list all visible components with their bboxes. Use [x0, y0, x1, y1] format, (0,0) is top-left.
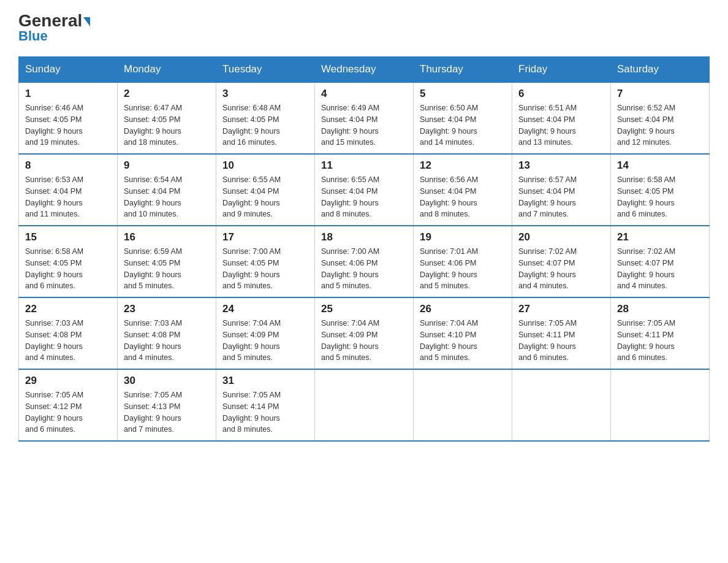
day-info: Sunrise: 6:58 AM Sunset: 4:05 PM Dayligh… — [617, 174, 703, 220]
header-thursday: Thursday — [414, 57, 512, 83]
week-row-3: 15 Sunrise: 6:58 AM Sunset: 4:05 PM Dayl… — [19, 226, 710, 297]
calendar-table: SundayMondayTuesdayWednesdayThursdayFrid… — [18, 56, 710, 442]
day-number: 29 — [25, 375, 111, 387]
day-info: Sunrise: 6:53 AM Sunset: 4:04 PM Dayligh… — [25, 174, 111, 220]
day-info: Sunrise: 6:58 AM Sunset: 4:05 PM Dayligh… — [25, 246, 111, 292]
calendar-cell: 7 Sunrise: 6:52 AM Sunset: 4:04 PM Dayli… — [611, 82, 710, 154]
header-saturday: Saturday — [611, 57, 710, 83]
calendar-cell: 8 Sunrise: 6:53 AM Sunset: 4:04 PM Dayli… — [19, 154, 118, 226]
calendar-cell: 10 Sunrise: 6:55 AM Sunset: 4:04 PM Dayl… — [216, 154, 315, 226]
day-number: 7 — [617, 88, 703, 100]
day-number: 8 — [25, 159, 111, 172]
calendar-cell: 13 Sunrise: 6:57 AM Sunset: 4:04 PM Dayl… — [512, 154, 611, 226]
day-info: Sunrise: 7:05 AM Sunset: 4:12 PM Dayligh… — [25, 389, 111, 435]
day-info: Sunrise: 7:05 AM Sunset: 4:13 PM Dayligh… — [124, 389, 210, 435]
day-number: 11 — [321, 159, 407, 172]
calendar-cell: 26 Sunrise: 7:04 AM Sunset: 4:10 PM Dayl… — [414, 297, 512, 369]
day-info: Sunrise: 6:46 AM Sunset: 4:05 PM Dayligh… — [25, 102, 111, 148]
day-number: 6 — [518, 88, 604, 100]
day-number: 18 — [321, 231, 407, 243]
day-info: Sunrise: 7:01 AM Sunset: 4:06 PM Dayligh… — [420, 246, 506, 292]
calendar-cell: 25 Sunrise: 7:04 AM Sunset: 4:09 PM Dayl… — [315, 297, 414, 369]
header-sunday: Sunday — [19, 57, 118, 83]
day-number: 10 — [222, 159, 308, 172]
page-header: General Blue — [18, 12, 710, 44]
day-info: Sunrise: 7:00 AM Sunset: 4:05 PM Dayligh… — [222, 246, 308, 292]
calendar-cell — [512, 369, 611, 441]
day-number: 16 — [124, 231, 210, 243]
calendar-cell: 14 Sunrise: 6:58 AM Sunset: 4:05 PM Dayl… — [611, 154, 710, 226]
day-number: 22 — [25, 303, 111, 315]
day-number: 30 — [124, 375, 210, 387]
day-info: Sunrise: 6:55 AM Sunset: 4:04 PM Dayligh… — [222, 174, 308, 220]
day-number: 2 — [124, 88, 210, 100]
day-number: 9 — [124, 159, 210, 172]
day-info: Sunrise: 6:47 AM Sunset: 4:05 PM Dayligh… — [124, 102, 210, 148]
day-info: Sunrise: 6:48 AM Sunset: 4:05 PM Dayligh… — [222, 102, 308, 148]
day-info: Sunrise: 6:56 AM Sunset: 4:04 PM Dayligh… — [420, 174, 506, 220]
calendar-cell: 21 Sunrise: 7:02 AM Sunset: 4:07 PM Dayl… — [611, 226, 710, 297]
calendar-cell: 28 Sunrise: 7:05 AM Sunset: 4:11 PM Dayl… — [611, 297, 710, 369]
day-info: Sunrise: 7:00 AM Sunset: 4:06 PM Dayligh… — [321, 246, 407, 292]
day-info: Sunrise: 6:52 AM Sunset: 4:04 PM Dayligh… — [617, 102, 703, 148]
day-number: 17 — [222, 231, 308, 243]
header-monday: Monday — [118, 57, 216, 83]
calendar-cell: 27 Sunrise: 7:05 AM Sunset: 4:11 PM Dayl… — [512, 297, 611, 369]
calendar-cell: 17 Sunrise: 7:00 AM Sunset: 4:05 PM Dayl… — [216, 226, 315, 297]
calendar-cell: 4 Sunrise: 6:49 AM Sunset: 4:04 PM Dayli… — [315, 82, 414, 154]
calendar-cell: 30 Sunrise: 7:05 AM Sunset: 4:13 PM Dayl… — [118, 369, 216, 441]
header-friday: Friday — [512, 57, 611, 83]
calendar-cell: 15 Sunrise: 6:58 AM Sunset: 4:05 PM Dayl… — [19, 226, 118, 297]
header-wednesday: Wednesday — [315, 57, 414, 83]
header-tuesday: Tuesday — [216, 57, 315, 83]
day-number: 14 — [617, 159, 703, 172]
calendar-cell — [414, 369, 512, 441]
day-number: 19 — [420, 231, 506, 243]
calendar-cell — [315, 369, 414, 441]
day-number: 15 — [25, 231, 111, 243]
week-row-4: 22 Sunrise: 7:03 AM Sunset: 4:08 PM Dayl… — [19, 297, 710, 369]
week-row-5: 29 Sunrise: 7:05 AM Sunset: 4:12 PM Dayl… — [19, 369, 710, 441]
logo-blue: Blue — [18, 28, 48, 44]
calendar-cell: 24 Sunrise: 7:04 AM Sunset: 4:09 PM Dayl… — [216, 297, 315, 369]
day-number: 1 — [25, 88, 111, 100]
calendar-cell: 29 Sunrise: 7:05 AM Sunset: 4:12 PM Dayl… — [19, 369, 118, 441]
calendar-cell: 1 Sunrise: 6:46 AM Sunset: 4:05 PM Dayli… — [19, 82, 118, 154]
calendar-cell: 20 Sunrise: 7:02 AM Sunset: 4:07 PM Dayl… — [512, 226, 611, 297]
week-row-1: 1 Sunrise: 6:46 AM Sunset: 4:05 PM Dayli… — [19, 82, 710, 154]
day-info: Sunrise: 6:54 AM Sunset: 4:04 PM Dayligh… — [124, 174, 210, 220]
day-info: Sunrise: 6:55 AM Sunset: 4:04 PM Dayligh… — [321, 174, 407, 220]
day-number: 28 — [617, 303, 703, 315]
day-info: Sunrise: 7:02 AM Sunset: 4:07 PM Dayligh… — [518, 246, 604, 292]
day-number: 31 — [222, 375, 308, 387]
calendar-cell: 6 Sunrise: 6:51 AM Sunset: 4:04 PM Dayli… — [512, 82, 611, 154]
day-info: Sunrise: 7:05 AM Sunset: 4:11 PM Dayligh… — [617, 318, 703, 364]
day-info: Sunrise: 6:57 AM Sunset: 4:04 PM Dayligh… — [518, 174, 604, 220]
day-number: 23 — [124, 303, 210, 315]
day-info: Sunrise: 7:02 AM Sunset: 4:07 PM Dayligh… — [617, 246, 703, 292]
logo-general: General — [18, 12, 90, 29]
day-number: 26 — [420, 303, 506, 315]
day-number: 25 — [321, 303, 407, 315]
calendar-cell: 19 Sunrise: 7:01 AM Sunset: 4:06 PM Dayl… — [414, 226, 512, 297]
day-number: 24 — [222, 303, 308, 315]
day-info: Sunrise: 6:49 AM Sunset: 4:04 PM Dayligh… — [321, 102, 407, 148]
day-number: 13 — [518, 159, 604, 172]
day-number: 12 — [420, 159, 506, 172]
calendar-cell: 18 Sunrise: 7:00 AM Sunset: 4:06 PM Dayl… — [315, 226, 414, 297]
calendar-cell: 2 Sunrise: 6:47 AM Sunset: 4:05 PM Dayli… — [118, 82, 216, 154]
day-number: 27 — [518, 303, 604, 315]
day-number: 3 — [222, 88, 308, 100]
calendar-cell: 22 Sunrise: 7:03 AM Sunset: 4:08 PM Dayl… — [19, 297, 118, 369]
day-info: Sunrise: 6:51 AM Sunset: 4:04 PM Dayligh… — [518, 102, 604, 148]
calendar-cell: 31 Sunrise: 7:05 AM Sunset: 4:14 PM Dayl… — [216, 369, 315, 441]
day-number: 20 — [518, 231, 604, 243]
calendar-header-row: SundayMondayTuesdayWednesdayThursdayFrid… — [19, 57, 710, 83]
day-info: Sunrise: 7:05 AM Sunset: 4:11 PM Dayligh… — [518, 318, 604, 364]
day-info: Sunrise: 7:04 AM Sunset: 4:10 PM Dayligh… — [420, 318, 506, 364]
day-info: Sunrise: 7:04 AM Sunset: 4:09 PM Dayligh… — [321, 318, 407, 364]
calendar-cell: 3 Sunrise: 6:48 AM Sunset: 4:05 PM Dayli… — [216, 82, 315, 154]
day-info: Sunrise: 7:04 AM Sunset: 4:09 PM Dayligh… — [222, 318, 308, 364]
week-row-2: 8 Sunrise: 6:53 AM Sunset: 4:04 PM Dayli… — [19, 154, 710, 226]
day-info: Sunrise: 7:05 AM Sunset: 4:14 PM Dayligh… — [222, 389, 308, 435]
